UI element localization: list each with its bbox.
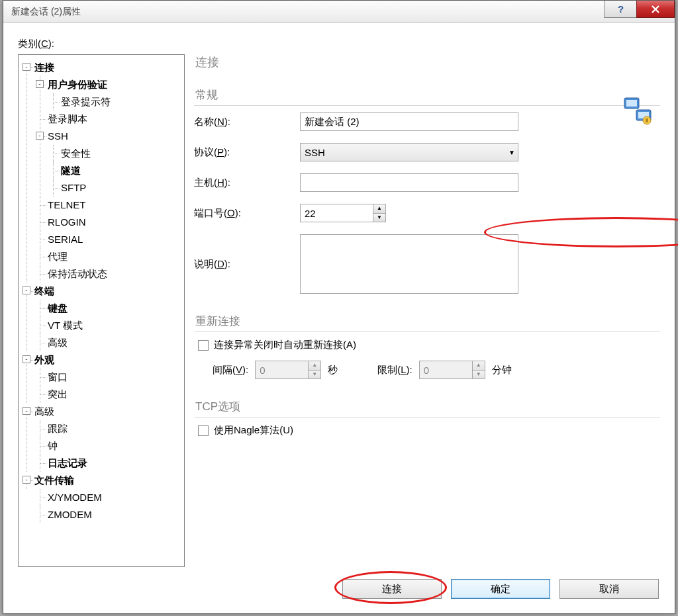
tree-expander-icon[interactable]: - bbox=[23, 407, 30, 415]
section-general-title: 常规 bbox=[194, 85, 660, 106]
section-tcp-title: TCP选项 bbox=[194, 396, 660, 418]
tree-item[interactable]: 安全性 bbox=[61, 148, 91, 159]
interval-spinner: ▲▼ bbox=[255, 361, 321, 379]
unit-minutes: 分钟 bbox=[492, 364, 512, 376]
label-name: 名称(N): bbox=[194, 116, 300, 128]
close-icon bbox=[651, 5, 660, 14]
label-host: 主机(H): bbox=[194, 177, 300, 189]
titlebar[interactable]: 新建会话 (2)属性 ? bbox=[3, 1, 675, 23]
tree-expander-icon[interactable]: - bbox=[23, 476, 30, 484]
connect-button[interactable]: 连接 bbox=[342, 579, 442, 599]
tree-expander-icon[interactable]: - bbox=[23, 63, 30, 71]
dialog-content: 类别(C): -连接-用户身份验证登录提示符登录脚本-SSH安全性隧道SFTPT… bbox=[3, 23, 675, 613]
tree-item[interactable]: 突出 bbox=[48, 388, 68, 400]
svg-rect-6 bbox=[646, 118, 648, 122]
tree-item[interactable]: RLOGIN bbox=[48, 216, 86, 228]
tree-item[interactable]: 键盘 bbox=[48, 302, 68, 314]
svg-rect-2 bbox=[626, 100, 637, 107]
svg-text:?: ? bbox=[618, 5, 624, 14]
host-input[interactable] bbox=[300, 173, 518, 192]
tree-item[interactable]: 登录脚本 bbox=[48, 113, 87, 124]
port-input[interactable] bbox=[300, 204, 373, 222]
tree-item[interactable]: 登录提示符 bbox=[61, 96, 111, 107]
window-controls: ? bbox=[605, 1, 675, 18]
tree-item[interactable]: 窗口 bbox=[48, 371, 68, 382]
limit-spinner: ▲▼ bbox=[419, 361, 485, 379]
tree-item[interactable]: 隧道 bbox=[61, 165, 81, 176]
tree-item[interactable]: 钟 bbox=[48, 440, 58, 451]
spin-down-icon: ▼ bbox=[472, 370, 485, 379]
tree-item[interactable]: 连接 bbox=[34, 62, 54, 73]
ok-button[interactable]: 确定 bbox=[451, 579, 550, 599]
tree-item[interactable]: 代理 bbox=[48, 251, 68, 262]
tree-item[interactable]: VT 模式 bbox=[48, 320, 83, 331]
dialog-window: 新建会话 (2)属性 ? 类别(C): -连接-用户身份验证登录提示符登录脚本-… bbox=[3, 0, 675, 614]
port-spinner[interactable]: ▲▼ bbox=[300, 204, 386, 222]
limit-input bbox=[419, 361, 472, 379]
tree-item[interactable]: 高级 bbox=[34, 406, 54, 417]
spin-up-icon[interactable]: ▲ bbox=[373, 204, 386, 213]
tree-item[interactable]: SFTP bbox=[61, 182, 86, 193]
label-description: 说明(D): bbox=[194, 258, 300, 271]
chevron-down-icon: ▼ bbox=[508, 149, 515, 156]
help-icon: ? bbox=[616, 5, 625, 14]
window-title: 新建会话 (2)属性 bbox=[11, 6, 81, 18]
spin-down-icon[interactable]: ▼ bbox=[373, 213, 386, 222]
auto-reconnect-checkbox[interactable] bbox=[198, 340, 209, 351]
group-tcp: TCP选项 使用Nagle算法(U) bbox=[194, 396, 660, 437]
tree-item[interactable]: 用户身份验证 bbox=[48, 79, 107, 90]
category-label: 类别(C): bbox=[18, 38, 660, 50]
tree-item[interactable]: SERIAL bbox=[48, 234, 83, 245]
settings-panel: 连接 常规 名称(N): 新建会话 (2) 协议(P): SSH▼ 主机(H):… bbox=[194, 54, 660, 567]
close-button[interactable] bbox=[636, 1, 675, 18]
section-reconnect-title: 重新连接 bbox=[194, 311, 660, 332]
group-reconnect: 重新连接 连接异常关闭时自动重新连接(A) 间隔(V): ▲▼ 秒 限制(L bbox=[194, 311, 660, 379]
spin-up-icon: ▲ bbox=[472, 361, 485, 370]
spin-up-icon: ▲ bbox=[308, 361, 321, 370]
name-input[interactable]: 新建会话 (2) bbox=[300, 112, 518, 131]
tree-expander-icon[interactable]: - bbox=[23, 286, 30, 294]
network-icon bbox=[623, 97, 655, 128]
label-auto-reconnect: 连接异常关闭时自动重新连接(A) bbox=[214, 339, 356, 351]
tree-expander-icon[interactable]: - bbox=[36, 132, 44, 140]
description-textarea[interactable] bbox=[300, 234, 518, 294]
interval-input bbox=[255, 361, 308, 379]
page-title: 连接 bbox=[194, 54, 660, 74]
nagle-checkbox[interactable] bbox=[198, 425, 209, 436]
help-button[interactable]: ? bbox=[604, 1, 637, 18]
tree-item[interactable]: 外观 bbox=[34, 354, 54, 365]
tree-item[interactable]: ZMODEM bbox=[48, 509, 92, 520]
tree-item[interactable]: 跟踪 bbox=[48, 423, 68, 434]
tree-item[interactable]: 终端 bbox=[34, 285, 54, 296]
label-protocol: 协议(P): bbox=[194, 146, 300, 159]
tree-item[interactable]: SSH bbox=[48, 130, 68, 142]
cancel-button[interactable]: 取消 bbox=[559, 579, 659, 599]
unit-seconds: 秒 bbox=[328, 364, 338, 376]
label-limit: 限制(L): bbox=[377, 364, 412, 376]
category-tree[interactable]: -连接-用户身份验证登录提示符登录脚本-SSH安全性隧道SFTPTELNETRL… bbox=[18, 54, 185, 567]
tree-item[interactable]: TELNET bbox=[48, 199, 86, 210]
tree-item[interactable]: X/YMODEM bbox=[48, 492, 102, 503]
tree-item[interactable]: 保持活动状态 bbox=[48, 268, 107, 279]
tree-item[interactable]: 日志记录 bbox=[48, 457, 87, 468]
tree-expander-icon[interactable]: - bbox=[36, 80, 44, 88]
spin-down-icon: ▼ bbox=[308, 370, 321, 379]
label-interval: 间隔(V): bbox=[213, 364, 248, 376]
label-nagle: 使用Nagle算法(U) bbox=[214, 424, 293, 437]
tree-item[interactable]: 高级 bbox=[48, 337, 68, 348]
tree-item[interactable]: 文件传输 bbox=[34, 474, 74, 486]
tree-expander-icon[interactable]: - bbox=[23, 355, 30, 363]
label-port: 端口号(O): bbox=[194, 207, 300, 220]
protocol-select[interactable]: SSH▼ bbox=[300, 143, 518, 161]
dialog-buttons: 连接 确定 取消 bbox=[18, 567, 660, 605]
group-general: 常规 名称(N): 新建会话 (2) 协议(P): SSH▼ 主机(H): 端口… bbox=[194, 85, 660, 294]
